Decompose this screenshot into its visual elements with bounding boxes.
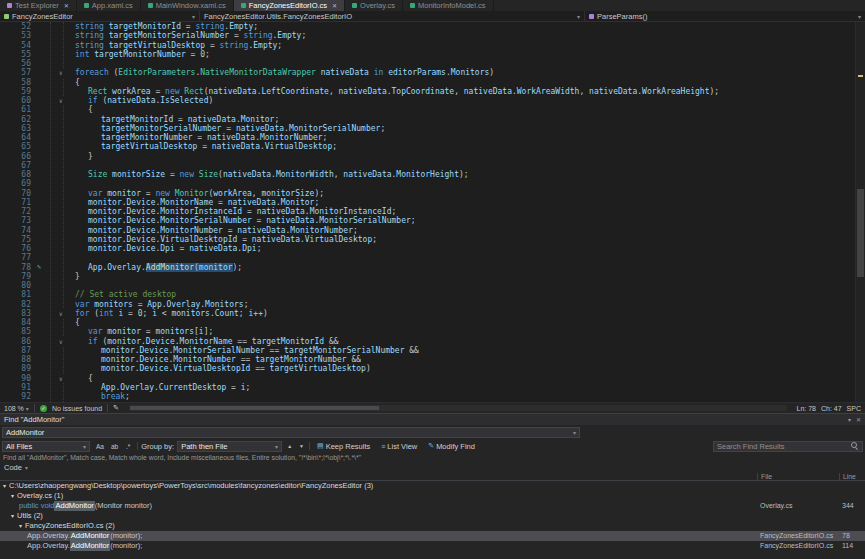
tab-fancyzoneseditorio-cs[interactable]: FancyZonesEditorIO.cs✕ (234, 0, 345, 11)
code-text[interactable]: targetVirtualDesktop = nativeData.Virtua… (48, 142, 337, 151)
code-text[interactable] (48, 253, 75, 262)
vertical-scrollbar[interactable] (855, 22, 865, 402)
project-dropdown[interactable]: FancyZonesEditor ▾ (0, 11, 200, 21)
find-panel-titlebar[interactable]: Find "AddMonitor" ▾ ✕ (0, 414, 865, 425)
code-text[interactable]: monitor.Device.MonitorNumber == targetMo… (48, 355, 361, 364)
find-result-row[interactable]: ▾Overlay.cs (1) (0, 491, 865, 501)
code-text[interactable]: monitor.Device.MonitorNumber = nativeDat… (48, 226, 358, 235)
find-result-row[interactable]: ▾Utils (2) (0, 511, 865, 521)
code-text[interactable]: monitor.Device.MonitorSerialNumber = nat… (48, 216, 416, 225)
code-text[interactable]: if (nativeData.IsSelected) (48, 96, 213, 105)
expander-icon[interactable]: ▾ (19, 521, 22, 531)
code-text[interactable] (48, 59, 75, 68)
code-text[interactable]: { (48, 78, 80, 87)
code-text[interactable]: { (48, 374, 93, 383)
expander-icon[interactable]: ▾ (11, 491, 14, 501)
modify-find-button[interactable]: ✎ Modify Find (424, 441, 479, 452)
code-text[interactable]: string targetMonitorId = string.Empty; (48, 22, 258, 31)
scope-dropdown[interactable]: All Files ▾ (2, 441, 90, 452)
line-column-header[interactable]: Line (839, 473, 865, 480)
tab-app-xaml-cs[interactable]: App.xaml.cs (77, 0, 141, 11)
expander-icon[interactable]: ▾ (3, 481, 6, 491)
type-dropdown[interactable]: FancyZonesEditor.Utils.FancyZonesEditorI… (200, 11, 585, 21)
code-text[interactable]: { (48, 318, 80, 327)
project-name: FancyZonesEditor (12, 12, 73, 21)
code-text[interactable]: break; (48, 392, 130, 401)
fold-chevron-icon[interactable]: ∨ (58, 337, 64, 346)
keep-results-icon: ▤ (317, 442, 324, 450)
option-ab-icon[interactable]: ab (108, 441, 121, 452)
code-text[interactable]: monitor.Device.MonitorSerialNumber == ta… (48, 346, 419, 355)
code-text[interactable]: Rect workArea = new Rect(nativeData.Left… (48, 87, 719, 96)
code-text[interactable]: monitor.Device.VirtualDesktopId = native… (48, 235, 377, 244)
code-line: 79} (0, 272, 865, 281)
code-text[interactable]: Size monitorSize = new Size(nativeData.M… (48, 170, 469, 179)
keep-results-button[interactable]: ▤ Keep Results (313, 441, 374, 452)
code-text[interactable]: monitor.Device.Dpi = nativeData.Dpi; (48, 244, 261, 253)
code-text[interactable]: } (48, 152, 93, 161)
code-text[interactable]: string targetVirtualDesktop = string.Emp… (48, 41, 282, 50)
group-by-dropdown[interactable]: Path then File ▾ (177, 441, 282, 452)
horizontal-scrollbar-thumb[interactable] (130, 406, 379, 410)
member-dropdown[interactable]: ParseParams() ▾ (585, 11, 865, 21)
code-text[interactable]: targetMonitorNumber = nativeData.Monitor… (48, 133, 327, 142)
window-position-icon[interactable]: ▾ (848, 416, 851, 423)
code-text[interactable]: { (48, 105, 93, 114)
code-text[interactable]: } (48, 272, 80, 281)
code-text[interactable]: monitor.Device.MonitorName = nativeData.… (48, 198, 319, 207)
tab-monitorinfomodel-cs[interactable]: MonitorInfoModel.cs (403, 0, 494, 11)
code-text[interactable]: int targetMonitorNumber = 0; (48, 50, 210, 59)
code-text[interactable]: foreach (EditorParameters.NativeMonitorD… (48, 68, 494, 77)
code-text[interactable]: App.Overlay.CurrentDesktop = i; (48, 383, 250, 392)
list-view-button[interactable]: ≡ List View (377, 441, 421, 452)
health-check-icon[interactable]: ✓ (40, 405, 47, 412)
code-text[interactable]: monitor.Device.MonitorInstanceId = nativ… (48, 207, 396, 216)
next-result-button[interactable]: ▼ (297, 443, 306, 449)
code-text[interactable]: // Set active desktop (48, 290, 176, 299)
horizontal-scrollbar[interactable] (130, 405, 786, 411)
find-query-combobox[interactable]: AddMonitor ▾ (2, 427, 580, 438)
find-result-row[interactable]: public void AddMonitor(Monitor monitor)O… (0, 501, 865, 511)
close-icon[interactable]: ✕ (856, 416, 861, 423)
tab-close-icon[interactable]: ✕ (332, 2, 337, 9)
tab-test-explorer[interactable]: Test Explorer✕ (0, 0, 77, 11)
search-find-results-input[interactable]: Search Find Results (713, 441, 863, 452)
find-result-row[interactable]: ▾C:\Users\zhaopengwang\Desktop\powertoys… (0, 481, 865, 491)
tab-overlay-cs[interactable]: Overlay.cs (345, 0, 403, 11)
fold-chevron-icon[interactable]: ∨ (58, 68, 64, 77)
code-text[interactable]: var monitors = App.Overlay.Monitors; (48, 300, 248, 309)
code-text[interactable]: targetMonitorId = nativeData.Monitor; (48, 115, 279, 124)
fold-chevron-icon[interactable]: ∨ (58, 309, 64, 318)
line-number: 84 (0, 318, 34, 327)
tab-mainwindow-xaml-cs[interactable]: MainWindow.xaml.cs (141, 0, 234, 11)
code-text[interactable]: string targetMonitorSerialNumber = strin… (48, 31, 306, 40)
code-line: 82var monitors = App.Overlay.Monitors; (0, 300, 865, 309)
vertical-scrollbar-thumb[interactable] (857, 189, 864, 276)
expander-icon[interactable]: ▾ (11, 511, 14, 521)
code-text[interactable] (48, 179, 75, 188)
option-aa-icon[interactable]: Aa (93, 441, 107, 452)
code-text[interactable] (48, 161, 75, 170)
code-text[interactable]: var monitor = new Monitor(workArea, moni… (48, 189, 324, 198)
code-text[interactable] (48, 281, 75, 290)
code-editor[interactable]: 52string targetMonitorId = string.Empty;… (0, 22, 865, 402)
code-text[interactable]: App.Overlay.AddMonitor(monitor); (48, 263, 242, 272)
option--icon[interactable]: .* (122, 441, 134, 452)
fold-chevron-icon[interactable]: ∨ (58, 374, 64, 383)
code-text[interactable]: var monitor = monitors[i]; (48, 327, 213, 336)
code-text[interactable]: monitor.Device.VirtualDesktopId == targe… (48, 364, 371, 373)
find-result-row[interactable]: App.Overlay.AddMonitor(monitor);FancyZon… (0, 531, 865, 541)
code-filter-dropdown[interactable]: Code ▾ (0, 462, 865, 472)
previous-result-button[interactable]: ▲ (285, 443, 294, 449)
fold-chevron-icon[interactable]: ∨ (58, 96, 64, 105)
find-result-row[interactable]: ▾FancyZonesEditorIO.cs (2) (0, 521, 865, 531)
zoom-control[interactable]: 108 % ▾ (4, 405, 29, 412)
code-text[interactable]: for (int i = 0; i < monitors.Count; i++) (48, 309, 268, 318)
code-cleanup-icon[interactable]: ✎ (113, 403, 119, 414)
file-column-header[interactable]: File (757, 473, 839, 480)
find-result-row[interactable]: App.Overlay.AddMonitor(monitor);FancyZon… (0, 541, 865, 551)
code-text[interactable]: if (monitor.Device.MonitorName == target… (48, 337, 339, 346)
tab-close-icon[interactable]: ✕ (64, 2, 69, 9)
csharp-file-icon (148, 3, 153, 8)
code-text[interactable]: targetMonitorSerialNumber = nativeData.M… (48, 124, 385, 133)
